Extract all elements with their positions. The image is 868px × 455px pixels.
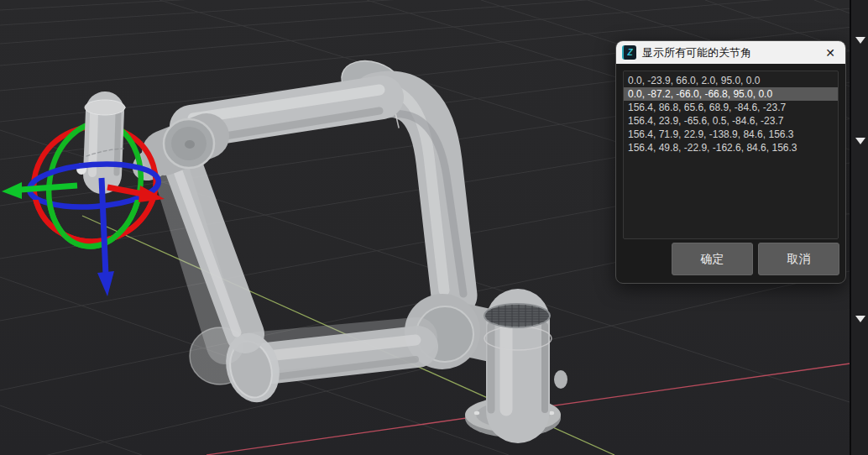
close-icon[interactable]: ✕ [823, 45, 838, 60]
panel-expander-icon-2[interactable] [855, 138, 865, 144]
joint-angle-option[interactable]: 156.4, 23.9, -65.6, 0.5, -84.6, -23.7 [624, 114, 838, 128]
dialog-title: 显示所有可能的关节角 [642, 45, 751, 60]
robot-base-column [484, 304, 567, 411]
joint-angles-dialog: Z 显示所有可能的关节角 ✕ 0.0, -23.9, 66.0, 2.0, 95… [615, 40, 846, 284]
robot-link-lower [172, 170, 245, 346]
dialog-titlebar[interactable]: Z 显示所有可能的关节角 ✕ [616, 41, 845, 64]
panel-expander-icon-3[interactable] [855, 316, 865, 322]
dialog-button-row: 确定 取消 [672, 243, 839, 275]
app-window: Z 显示所有可能的关节角 ✕ 0.0, -23.9, 66.0, 2.0, 95… [0, 0, 868, 455]
robot-base-grate [484, 304, 550, 327]
app-logo-icon: Z [622, 45, 636, 60]
panel-expander-icon-1[interactable] [855, 37, 865, 44]
ok-button[interactable]: 确定 [672, 243, 753, 275]
cancel-button[interactable]: 取消 [758, 243, 839, 275]
joint-angle-option[interactable]: 0.0, -23.9, 66.0, 2.0, 95.0, 0.0 [624, 74, 838, 87]
joint-angle-list[interactable]: 0.0, -23.9, 66.0, 2.0, 95.0, 0.0 0.0, -8… [623, 71, 839, 239]
joint-angle-option[interactable]: 156.4, 49.8, -22.9, -162.6, 84.6, 156.3 [624, 141, 838, 154]
right-panel-strip [850, 0, 868, 455]
joint-angle-option-selected[interactable]: 0.0, -87.2, -66.0, -66.8, 95.0, 0.0 [624, 87, 838, 101]
joint-angle-option[interactable]: 156.4, 71.9, 22.9, -138.9, 84.6, 156.3 [624, 128, 838, 141]
joint-angle-option[interactable]: 156.4, 86.8, 65.6, 68.9, -84.6, -23.7 [624, 101, 838, 114]
robot-arm[interactable] [128, 54, 567, 437]
